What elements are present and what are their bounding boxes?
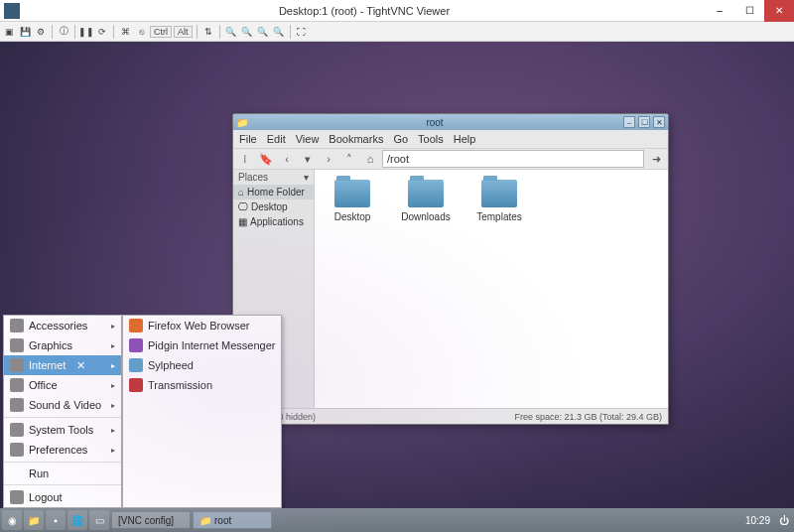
refresh-icon[interactable]: ⟳	[95, 25, 109, 39]
nav-bookmark-icon[interactable]: 🔖	[257, 150, 275, 168]
nav-back-icon[interactable]: ‹	[278, 150, 296, 168]
file-manager-window[interactable]: 📁 root – ☐ ✕ File Edit View Bookmarks Go…	[232, 113, 669, 425]
category-icon	[10, 443, 24, 457]
file-manager-statusbar: 3 items (13 hidden) Free space: 21.3 GB …	[233, 408, 668, 424]
menu-separator	[4, 484, 121, 485]
chevron-right-icon: ▸	[111, 401, 115, 410]
submenu-transmission[interactable]: Transmission	[123, 375, 281, 395]
file-manager-launcher[interactable]: 📁	[24, 510, 44, 530]
options-icon[interactable]: ⚙	[34, 25, 48, 39]
menu-sound-video[interactable]: Sound & Video▸	[4, 395, 121, 415]
nav-history-icon[interactable]: ▾	[299, 150, 317, 168]
folder-item[interactable]: Templates	[471, 180, 527, 222]
maximize-button[interactable]: ☐	[734, 0, 764, 22]
zoom-out-icon[interactable]: 🔍	[240, 25, 254, 39]
menu-system-tools[interactable]: System Tools▸	[4, 420, 121, 440]
separator	[290, 25, 291, 39]
chevron-right-icon: ▸	[111, 361, 115, 370]
folder-view[interactable]: Desktop Downloads Templates	[315, 170, 668, 408]
chevron-right-icon: ▸	[111, 426, 115, 435]
path-input[interactable]: /root	[382, 150, 644, 168]
separator	[74, 25, 75, 39]
start-menu-button[interactable]: ◉	[2, 510, 22, 530]
fullscreen-icon[interactable]: ⛶	[295, 25, 309, 39]
menu-preferences[interactable]: Preferences▸	[4, 440, 121, 460]
menu-tools[interactable]: Tools	[418, 133, 444, 145]
power-icon[interactable]: ⏻	[776, 512, 792, 528]
folder-icon	[334, 180, 370, 207]
remote-desktop[interactable]: 📁 root – ☐ ✕ File Edit View Bookmarks Go…	[0, 42, 794, 532]
category-icon	[10, 358, 24, 372]
menu-view[interactable]: View	[296, 133, 320, 145]
terminal-launcher[interactable]: ▪	[46, 510, 66, 530]
taskbar-clock[interactable]: 10:29	[741, 515, 774, 526]
minimize-button[interactable]: –	[705, 0, 734, 22]
transmission-icon	[129, 378, 143, 392]
window-maximize-button[interactable]: ☐	[638, 116, 650, 128]
transfer-icon[interactable]: ⇅	[201, 25, 215, 39]
nav-home-icon[interactable]: ⌂	[361, 150, 379, 168]
ctrl-key-button[interactable]: Ctrl	[150, 26, 172, 38]
taskbar-task-root[interactable]: 📁root	[193, 511, 272, 529]
minimize-all-button[interactable]: ▭	[89, 510, 109, 530]
apps-icon: ▦	[238, 216, 247, 227]
nav-up-icon[interactable]: ⁞	[236, 150, 254, 168]
home-icon: ⌂	[238, 187, 244, 198]
places-header[interactable]: Places ▾	[233, 170, 314, 185]
menu-office[interactable]: Office▸	[4, 375, 121, 395]
separator	[219, 25, 220, 39]
pause-icon[interactable]: ❚❚	[79, 25, 93, 39]
menu-edit[interactable]: Edit	[267, 133, 286, 145]
ctrl-esc-icon[interactable]: ⎋	[134, 25, 148, 39]
category-icon	[10, 338, 24, 352]
places-applications[interactable]: ▦Applications	[233, 214, 314, 229]
menu-logout[interactable]: Logout	[4, 487, 121, 507]
menu-internet[interactable]: Internet✕▸	[4, 355, 121, 375]
submenu-sylpheed[interactable]: Sylpheed	[123, 355, 281, 375]
taskbar-task-vnc-config[interactable]: [VNC config]	[111, 511, 191, 529]
logout-icon	[10, 490, 24, 504]
info-icon[interactable]: ⓘ	[57, 25, 70, 39]
places-desktop[interactable]: 🖵Desktop	[233, 200, 314, 214]
menu-run[interactable]: Run	[4, 465, 121, 482]
folder-icon: 📁	[236, 117, 246, 127]
close-button[interactable]: ✕	[764, 0, 794, 22]
nav-forward-icon[interactable]: ›	[320, 150, 337, 168]
new-connection-icon[interactable]: ▣	[2, 25, 16, 39]
folder-icon	[408, 180, 444, 207]
zoom-fit-icon[interactable]: 🔍	[272, 25, 286, 39]
folder-item[interactable]: Downloads	[398, 180, 454, 222]
menu-file[interactable]: File	[239, 133, 257, 145]
host-window-title: Desktop:1 (root) - TightVNC Viewer	[24, 5, 705, 17]
submenu-firefox[interactable]: Firefox Web Browser	[123, 316, 281, 335]
nav-go-icon[interactable]: ➜	[647, 150, 665, 168]
host-window-titlebar: Desktop:1 (root) - TightVNC Viewer – ☐ ✕	[0, 0, 794, 22]
vnc-app-icon	[4, 3, 20, 19]
browser-launcher[interactable]: 🌐	[67, 510, 87, 530]
chevron-down-icon: ▾	[304, 172, 309, 183]
window-close-button[interactable]: ✕	[653, 116, 665, 128]
menu-accessories[interactable]: Accessories▸	[4, 316, 121, 335]
chevron-right-icon: ▸	[111, 322, 115, 331]
folder-item[interactable]: Desktop	[325, 180, 380, 222]
file-manager-title: root	[249, 117, 620, 128]
alt-key-button[interactable]: Alt	[174, 26, 193, 38]
status-free-space: Free space: 21.3 GB (Total: 29.4 GB)	[514, 412, 662, 422]
desktop-icon: 🖵	[238, 201, 248, 212]
menu-help[interactable]: Help	[454, 133, 476, 145]
cad-icon[interactable]: ⌘	[118, 25, 132, 39]
menu-go[interactable]: Go	[393, 133, 408, 145]
category-icon	[10, 398, 24, 412]
nav-parent-icon[interactable]: ˄	[340, 150, 358, 168]
zoom-in-icon[interactable]: 🔍	[224, 25, 238, 39]
file-manager-titlebar[interactable]: 📁 root – ☐ ✕	[233, 114, 668, 130]
save-icon[interactable]: 💾	[18, 25, 32, 39]
chevron-right-icon: ▸	[111, 446, 115, 455]
window-minimize-button[interactable]: –	[623, 116, 635, 128]
submenu-pidgin[interactable]: Pidgin Internet Messenger	[123, 335, 281, 355]
places-home[interactable]: ⌂Home Folder	[233, 185, 314, 200]
menu-bookmarks[interactable]: Bookmarks	[329, 133, 383, 145]
application-menu: Accessories▸ Graphics▸ Internet✕▸ Office…	[3, 315, 282, 508]
zoom-100-icon[interactable]: 🔍	[256, 25, 270, 39]
menu-graphics[interactable]: Graphics▸	[4, 335, 121, 355]
